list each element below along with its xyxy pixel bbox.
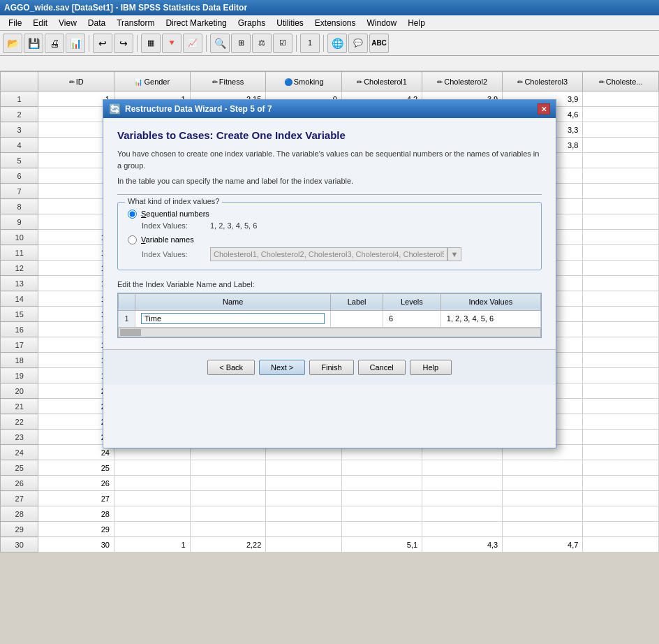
toolbar-value-labels[interactable]: 1 [300, 34, 320, 53]
edit-row-num: 1 [119, 310, 135, 327]
toolbar-undo[interactable]: ↩ [93, 34, 112, 53]
dialog-title-text: Restructure Data Wizard - Step 5 of 7 [125, 104, 272, 114]
edit-levels-cell: 6 [383, 310, 440, 327]
edit-table-col-label: Label [331, 293, 383, 310]
help-button[interactable]: Help [410, 360, 452, 375]
radio-sequential[interactable] [128, 210, 137, 219]
toolbar-split[interactable]: ⊞ [231, 34, 251, 53]
menu-view[interactable]: View [53, 17, 82, 29]
menu-graphs[interactable]: Graphs [232, 17, 271, 29]
varnames-index-values-row: Index Values: ▼ [142, 247, 531, 261]
radio-sequential-row: Sequential numbers [128, 210, 531, 219]
toolbar-dialog[interactable]: 📊 [66, 34, 85, 53]
toolbar-sep4 [296, 35, 297, 52]
toolbar-select[interactable]: ☑ [273, 34, 293, 53]
dialog-desc2: In the table you can specify the name an… [117, 175, 542, 187]
radio-sequential-label: Sequential numbers [141, 210, 209, 218]
radio-varnames[interactable] [128, 235, 137, 244]
toolbar-sep5 [323, 35, 324, 52]
main-content: ✏ID 📊Gender ✏Fitness 🔵Smoking ✏Cholester… [0, 71, 659, 644]
edit-table-col-indexvalues: Index Values [440, 293, 540, 310]
finish-button[interactable]: Finish [309, 360, 353, 375]
group-box-legend: What kind of index values? [125, 197, 222, 205]
toolbar-open[interactable]: 📂 [3, 34, 22, 53]
menu-file[interactable]: File [3, 17, 27, 29]
menu-window[interactable]: Window [362, 17, 403, 29]
edit-table-col-levels: Levels [383, 293, 440, 310]
varname-bar [0, 56, 659, 71]
title-bar-text: AGGO_wide.sav [DataSet1] - IBM SPSS Stat… [4, 3, 247, 13]
dialog-close-button[interactable]: ✕ [538, 103, 550, 115]
menu-data[interactable]: Data [82, 17, 111, 29]
toolbar-comment[interactable]: 💬 [348, 34, 368, 53]
dialog-title-icon: 🔄 [109, 103, 121, 115]
sequential-index-values-text: 1, 2, 3, 4, 5, 6 [210, 221, 257, 230]
dialog-footer: < Back Next > Finish Cancel Help [103, 349, 556, 385]
edit-table-scrollbar[interactable] [118, 328, 541, 337]
index-variable-table: Name Label Levels Index Values 161, 2, 3… [118, 293, 541, 328]
radio-varnames-row: Variable names [128, 235, 531, 244]
toolbar-abc[interactable]: ABC [369, 34, 389, 53]
restructure-wizard-dialog: 🔄 Restructure Data Wizard - Step 5 of 7 … [103, 99, 556, 448]
edit-name-cell[interactable] [135, 310, 331, 327]
radio-varnames-label: Variable names [141, 235, 194, 244]
toolbar-sep1 [89, 35, 89, 52]
edit-table-col-name: Name [135, 293, 331, 310]
index-values-group: What kind of index values? Sequential nu… [117, 202, 542, 270]
title-bar: AGGO_wide.sav [DataSet1] - IBM SPSS Stat… [0, 0, 659, 15]
dialog-desc1: You have chosen to create one index vari… [117, 148, 542, 171]
menu-bar: File Edit View Data Transform Direct Mar… [0, 15, 659, 31]
toolbar-print[interactable]: 🖨 [45, 34, 64, 53]
toolbar-sep2 [137, 35, 138, 52]
varnames-dropdown-button: ▼ [447, 247, 461, 261]
edit-table-wrapper: Name Label Levels Index Values 161, 2, 3… [117, 293, 542, 338]
toolbar-sep3 [206, 35, 207, 52]
back-button[interactable]: < Back [207, 360, 255, 375]
sequential-index-values-row: Index Values: 1, 2, 3, 4, 5, 6 [142, 221, 531, 230]
edit-table-col-rownum [119, 293, 135, 310]
menu-transform[interactable]: Transform [111, 17, 160, 29]
edit-name-input[interactable] [141, 313, 325, 324]
toolbar-save[interactable]: 💾 [24, 34, 43, 53]
sequential-index-values-label: Index Values: [142, 221, 205, 230]
varnames-index-label: Index Values: [142, 250, 205, 258]
toolbar: 📂 💾 🖨 📊 ↩ ↪ ▦ 🔻 📈 🔍 ⊞ ⚖ ☑ 1 🌐 💬 ABC [0, 31, 659, 56]
toolbar-goto[interactable]: ▦ [141, 34, 161, 53]
edit-table-label: Edit the Index Variable Name and Label: [117, 280, 542, 288]
edit-indexvalues-cell: 1, 2, 3, 4, 5, 6 [440, 310, 540, 327]
menu-edit[interactable]: Edit [27, 17, 53, 29]
dialog-overlay: 🔄 Restructure Data Wizard - Step 5 of 7 … [0, 71, 659, 644]
varnames-index-input [210, 247, 447, 261]
next-button[interactable]: Next > [259, 360, 305, 375]
edit-table-scroll-thumb [120, 329, 141, 336]
dialog-title-bar: 🔄 Restructure Data Wizard - Step 5 of 7 … [103, 100, 556, 118]
menu-utilities[interactable]: Utilities [271, 17, 309, 29]
dialog-divider1 [117, 194, 542, 195]
edit-label-cell[interactable] [331, 310, 383, 327]
dialog-body: Variables to Cases: Create One Index Var… [103, 118, 556, 349]
menu-extensions[interactable]: Extensions [309, 17, 362, 29]
dialog-main-title: Variables to Cases: Create One Index Var… [117, 129, 542, 141]
cancel-button[interactable]: Cancel [358, 360, 406, 375]
menu-help[interactable]: Help [402, 17, 431, 29]
toolbar-globe[interactable]: 🌐 [327, 34, 347, 53]
toolbar-chart[interactable]: 📈 [183, 34, 202, 53]
toolbar-redo[interactable]: ↪ [114, 34, 133, 53]
menu-direct-marketing[interactable]: Direct Marketing [160, 17, 232, 29]
toolbar-weight[interactable]: ⚖ [252, 34, 272, 53]
toolbar-find[interactable]: 🔍 [210, 34, 230, 53]
toolbar-var[interactable]: 🔻 [162, 34, 182, 53]
